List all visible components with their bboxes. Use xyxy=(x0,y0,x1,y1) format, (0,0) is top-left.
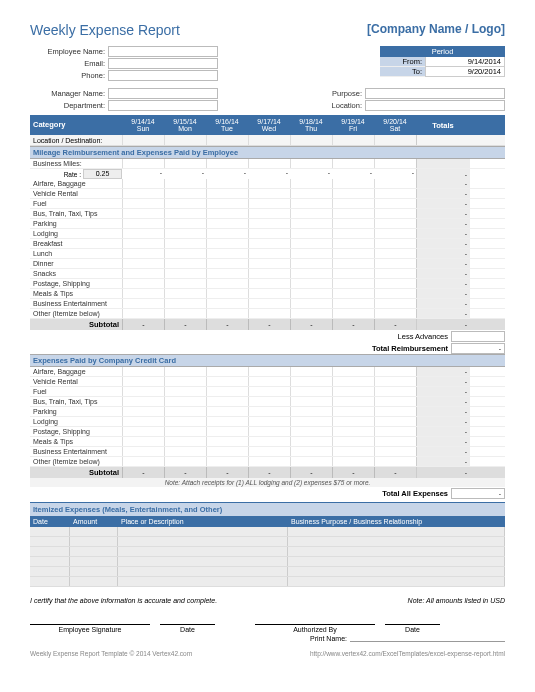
expense-cell[interactable] xyxy=(122,289,164,298)
expense-cell[interactable] xyxy=(122,249,164,258)
expense-cell[interactable] xyxy=(374,279,416,288)
expense-cell[interactable] xyxy=(122,309,164,318)
expense-cell[interactable] xyxy=(290,457,332,466)
expense-cell[interactable] xyxy=(290,189,332,198)
expense-cell[interactable] xyxy=(332,457,374,466)
expense-cell[interactable] xyxy=(164,259,206,268)
expense-cell[interactable] xyxy=(374,417,416,426)
expense-cell[interactable] xyxy=(206,417,248,426)
expense-cell[interactable] xyxy=(290,269,332,278)
expense-cell[interactable] xyxy=(122,279,164,288)
expense-cell[interactable] xyxy=(248,199,290,208)
expense-cell[interactable] xyxy=(374,199,416,208)
expense-cell[interactable] xyxy=(248,417,290,426)
expense-cell[interactable] xyxy=(248,447,290,456)
expense-cell[interactable] xyxy=(374,377,416,386)
expense-cell[interactable] xyxy=(164,249,206,258)
expense-cell[interactable] xyxy=(332,269,374,278)
expense-cell[interactable] xyxy=(290,239,332,248)
expense-cell[interactable] xyxy=(122,219,164,228)
expense-cell[interactable] xyxy=(290,447,332,456)
expense-cell[interactable] xyxy=(206,407,248,416)
expense-cell[interactable] xyxy=(248,407,290,416)
employee-name-input[interactable] xyxy=(108,46,218,57)
expense-cell[interactable] xyxy=(164,189,206,198)
expense-cell[interactable] xyxy=(374,189,416,198)
expense-cell[interactable] xyxy=(374,457,416,466)
manager-input[interactable] xyxy=(108,88,218,99)
expense-cell[interactable] xyxy=(374,367,416,376)
expense-cell[interactable] xyxy=(164,407,206,416)
expense-cell[interactable] xyxy=(332,309,374,318)
expense-cell[interactable] xyxy=(374,249,416,258)
expense-cell[interactable] xyxy=(164,279,206,288)
expense-cell[interactable] xyxy=(290,199,332,208)
expense-cell[interactable] xyxy=(164,387,206,396)
expense-cell[interactable] xyxy=(332,279,374,288)
expense-cell[interactable] xyxy=(206,299,248,308)
expense-cell[interactable] xyxy=(206,189,248,198)
expense-cell[interactable] xyxy=(164,417,206,426)
expense-cell[interactable] xyxy=(164,377,206,386)
expense-cell[interactable] xyxy=(332,447,374,456)
expense-cell[interactable] xyxy=(290,279,332,288)
expense-cell[interactable] xyxy=(248,309,290,318)
expense-cell[interactable] xyxy=(332,219,374,228)
expense-cell[interactable] xyxy=(332,179,374,188)
expense-cell[interactable] xyxy=(206,229,248,238)
expense-cell[interactable] xyxy=(332,199,374,208)
expense-cell[interactable] xyxy=(122,427,164,436)
expense-cell[interactable] xyxy=(164,269,206,278)
expense-cell[interactable] xyxy=(290,299,332,308)
expense-cell[interactable] xyxy=(332,417,374,426)
expense-cell[interactable] xyxy=(332,437,374,446)
expense-cell[interactable] xyxy=(290,209,332,218)
expense-cell[interactable] xyxy=(122,259,164,268)
expense-cell[interactable] xyxy=(290,417,332,426)
phone-input[interactable] xyxy=(108,70,218,81)
expense-cell[interactable] xyxy=(374,259,416,268)
expense-cell[interactable] xyxy=(332,239,374,248)
expense-cell[interactable] xyxy=(290,289,332,298)
rate-value[interactable]: 0.25 xyxy=(83,169,122,179)
expense-cell[interactable] xyxy=(122,209,164,218)
expense-cell[interactable] xyxy=(332,289,374,298)
expense-cell[interactable] xyxy=(248,367,290,376)
expense-cell[interactable] xyxy=(248,299,290,308)
expense-cell[interactable] xyxy=(164,219,206,228)
expense-cell[interactable] xyxy=(248,387,290,396)
expense-cell[interactable] xyxy=(290,387,332,396)
expense-cell[interactable] xyxy=(206,377,248,386)
expense-cell[interactable] xyxy=(122,387,164,396)
expense-cell[interactable] xyxy=(164,209,206,218)
expense-cell[interactable] xyxy=(206,309,248,318)
expense-cell[interactable] xyxy=(122,269,164,278)
expense-cell[interactable] xyxy=(332,367,374,376)
expense-cell[interactable] xyxy=(164,457,206,466)
expense-cell[interactable] xyxy=(206,387,248,396)
expense-cell[interactable] xyxy=(206,397,248,406)
purpose-input[interactable] xyxy=(365,88,505,99)
expense-cell[interactable] xyxy=(248,179,290,188)
expense-cell[interactable] xyxy=(248,397,290,406)
expense-cell[interactable] xyxy=(374,239,416,248)
expense-cell[interactable] xyxy=(332,407,374,416)
itemized-row[interactable] xyxy=(30,527,505,537)
expense-cell[interactable] xyxy=(122,199,164,208)
expense-cell[interactable] xyxy=(248,229,290,238)
location-input[interactable] xyxy=(365,100,505,111)
expense-cell[interactable] xyxy=(290,249,332,258)
expense-cell[interactable] xyxy=(122,397,164,406)
expense-cell[interactable] xyxy=(206,249,248,258)
expense-cell[interactable] xyxy=(374,437,416,446)
itemized-row[interactable] xyxy=(30,567,505,577)
less-advances-value[interactable] xyxy=(451,331,505,342)
expense-cell[interactable] xyxy=(332,397,374,406)
expense-cell[interactable] xyxy=(374,179,416,188)
expense-cell[interactable] xyxy=(122,229,164,238)
expense-cell[interactable] xyxy=(206,447,248,456)
expense-cell[interactable] xyxy=(332,387,374,396)
expense-cell[interactable] xyxy=(164,179,206,188)
expense-cell[interactable] xyxy=(248,209,290,218)
expense-cell[interactable] xyxy=(122,367,164,376)
